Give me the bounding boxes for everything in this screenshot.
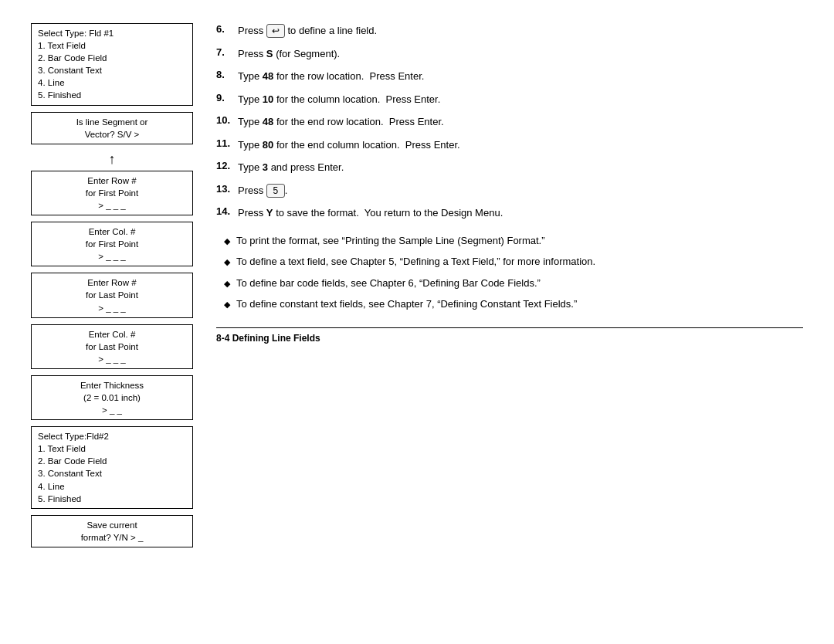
enter-row-last-text: Enter Row #for Last Point> _ _ _ (86, 278, 138, 312)
step-9: 9. Type 10 for the column location. Pres… (216, 92, 803, 107)
step-11-number: 11. (216, 137, 238, 149)
select-type-fld1-text: Select Type: Fld #11. Text Field2. Bar C… (38, 29, 114, 100)
step-14: 14. Press Y to save the format. You retu… (216, 205, 803, 221)
line-segment-text: Is line Segment orVector? S/V > (76, 117, 148, 139)
line-segment-box: Is line Segment orVector? S/V > (31, 112, 193, 144)
save-current-box: Save currentformat? Y/N > _ (31, 515, 193, 547)
step-10: 10. Type 48 for the end row location. Pr… (216, 114, 803, 130)
step-9-text: Type 10 for the column location. Press E… (238, 92, 440, 107)
step-7: 7. Press S (for Segment). (216, 46, 803, 62)
bullet-item-4: ◆ To define constant text fields, see Ch… (224, 297, 803, 312)
step-10-number: 10. (216, 114, 238, 126)
bullet-text-1: To print the format, see “Printing the S… (236, 233, 545, 249)
arrow-up-icon: ↑ (31, 152, 193, 166)
enter-col-first-box: Enter Col. #for First Point> _ _ _ (31, 222, 193, 266)
step-8: 8. Type 48 for the row location. Press E… (216, 69, 803, 84)
step-13-text: Press 5. (238, 183, 287, 198)
enter-col-first-text: Enter Col. #for First Point> _ _ _ (86, 227, 138, 261)
bullet-item-3: ◆ To define bar code fields, see Chapter… (224, 276, 803, 291)
step-11-text: Type 80 for the end column location. Pre… (238, 137, 460, 153)
step-13: 13. Press 5. (216, 183, 803, 198)
footer-text: 8-4 Defining Line Fields (216, 333, 320, 344)
enter-thickness-box: Enter Thickness(2 = 0.01 inch)> _ _ (31, 375, 193, 420)
enter-row-last-box: Enter Row #for Last Point> _ _ _ (31, 273, 193, 317)
bullet-item-2: ◆ To define a text field, see Chapter 5,… (224, 254, 803, 269)
step-13-number: 13. (216, 183, 238, 195)
bullet-diamond-3: ◆ (224, 277, 230, 290)
step-14-number: 14. (216, 205, 238, 217)
step-8-number: 8. (216, 69, 238, 80)
step-7-text: Press S (for Segment). (238, 46, 340, 62)
enter-row-first-box: Enter Row #for First Point> _ _ _ (31, 171, 193, 215)
step-7-number: 7. (216, 46, 238, 58)
step-6-text: Press ↩ to define a line field. (238, 23, 377, 39)
enter-col-last-text: Enter Col. #for Last Point> _ _ _ (86, 330, 138, 364)
step-12-text: Type 3 and press Enter. (238, 160, 344, 175)
bullet-diamond-1: ◆ (224, 235, 230, 248)
step-6: 6. Press ↩ to define a line field. (216, 23, 803, 39)
bullet-diamond-2: ◆ (224, 256, 230, 269)
step-9-number: 9. (216, 92, 238, 103)
bullet-text-2: To define a text field, see Chapter 5, “… (236, 254, 595, 269)
enter-row-first-text: Enter Row #for First Point> _ _ _ (86, 176, 138, 210)
bullet-text-3: To define bar code fields, see Chapter 6… (236, 276, 541, 291)
step-8-text: Type 48 for the row location. Press Ente… (238, 69, 424, 84)
bullet-diamond-4: ◆ (224, 298, 230, 311)
enter-thickness-text: Enter Thickness(2 = 0.01 inch)> _ _ (80, 381, 144, 415)
step-14-text: Press Y to save the format. You return t… (238, 205, 503, 221)
step-12: 12. Type 3 and press Enter. (216, 160, 803, 175)
save-current-text: Save currentformat? Y/N > _ (81, 520, 144, 542)
step-12-number: 12. (216, 160, 238, 171)
left-column: Select Type: Fld #11. Text Field2. Bar C… (31, 23, 193, 551)
footer: 8-4 Defining Line Fields (216, 327, 803, 344)
step-11: 11. Type 80 for the end column location.… (216, 137, 803, 153)
five-key-icon: 5 (266, 184, 285, 198)
enter-col-last-box: Enter Col. #for Last Point> _ _ _ (31, 324, 193, 369)
right-column: 6. Press ↩ to define a line field. 7. Pr… (193, 23, 803, 551)
select-type-fld2-box: Select Type:Fld#21. Text Field2. Bar Cod… (31, 426, 193, 509)
page-content: Select Type: Fld #11. Text Field2. Bar C… (31, 23, 803, 551)
bullet-item-1: ◆ To print the format, see “Printing the… (224, 233, 803, 249)
step-10-text: Type 48 for the end row location. Press … (238, 114, 444, 130)
enter-key-icon: ↩ (266, 24, 285, 38)
bullet-text-4: To define constant text fields, see Chap… (236, 297, 577, 312)
select-type-fld2-text: Select Type:Fld#21. Text Field2. Bar Cod… (38, 432, 109, 503)
bullet-list: ◆ To print the format, see “Printing the… (216, 233, 803, 312)
select-type-fld1-box: Select Type: Fld #11. Text Field2. Bar C… (31, 23, 193, 106)
step-6-number: 6. (216, 23, 238, 35)
